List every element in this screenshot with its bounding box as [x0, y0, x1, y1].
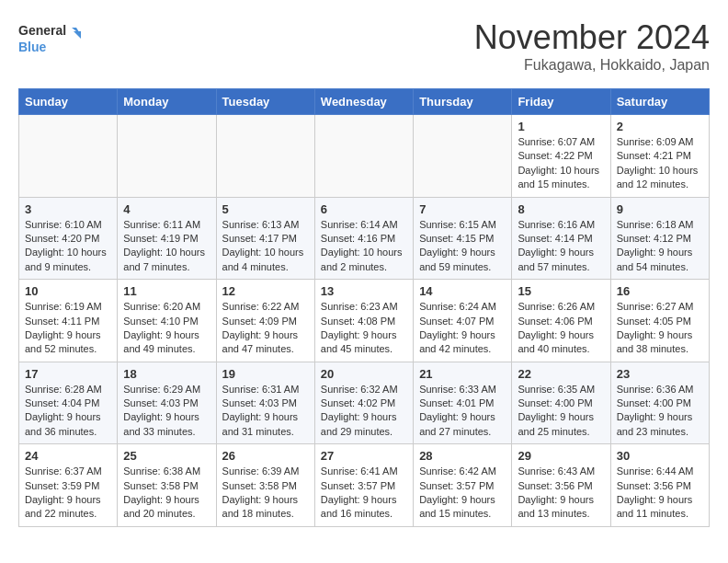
- day-info: Sunrise: 6:36 AM Sunset: 4:00 PM Dayligh…: [617, 383, 703, 440]
- day-number: 8: [518, 202, 604, 216]
- day-info: Sunrise: 6:42 AM Sunset: 3:57 PM Dayligh…: [419, 465, 506, 522]
- calendar-cell: 29Sunrise: 6:43 AM Sunset: 3:56 PM Dayli…: [512, 444, 610, 527]
- day-number: 29: [518, 449, 604, 463]
- day-info: Sunrise: 6:31 AM Sunset: 4:03 PM Dayligh…: [222, 383, 309, 440]
- calendar-cell: 10Sunrise: 6:19 AM Sunset: 4:11 PM Dayli…: [19, 280, 118, 362]
- day-number: 4: [123, 202, 210, 216]
- day-number: 3: [25, 202, 111, 216]
- day-info: Sunrise: 6:38 AM Sunset: 3:58 PM Dayligh…: [123, 465, 210, 522]
- day-number: 13: [321, 284, 407, 298]
- page-header: General Blue November 2024 Fukagawa, Hok…: [18, 18, 710, 74]
- calendar-cell: 14Sunrise: 6:24 AM Sunset: 4:07 PM Dayli…: [414, 280, 512, 362]
- day-number: 1: [518, 120, 604, 133]
- month-title: November 2024: [474, 18, 710, 57]
- title-block: November 2024 Fukagawa, Hokkaido, Japan: [474, 18, 710, 74]
- calendar-week-1: 1Sunrise: 6:07 AM Sunset: 4:22 PM Daylig…: [19, 115, 710, 198]
- day-number: 27: [321, 449, 407, 463]
- day-info: Sunrise: 6:11 AM Sunset: 4:19 PM Dayligh…: [123, 218, 210, 275]
- calendar-cell: 9Sunrise: 6:18 AM Sunset: 4:12 PM Daylig…: [610, 197, 709, 280]
- day-number: 22: [518, 367, 604, 381]
- calendar-cell: 30Sunrise: 6:44 AM Sunset: 3:56 PM Dayli…: [610, 444, 709, 527]
- day-number: 10: [25, 284, 111, 298]
- calendar-cell: 25Sunrise: 6:38 AM Sunset: 3:58 PM Dayli…: [118, 444, 216, 527]
- svg-text:General: General: [18, 23, 66, 38]
- day-info: Sunrise: 6:26 AM Sunset: 4:06 PM Dayligh…: [518, 300, 604, 357]
- logo-svg: General Blue: [18, 18, 83, 59]
- day-info: Sunrise: 6:14 AM Sunset: 4:16 PM Dayligh…: [321, 218, 407, 275]
- calendar-cell: 26Sunrise: 6:39 AM Sunset: 3:58 PM Dayli…: [216, 444, 314, 527]
- weekday-header-sunday: Sunday: [19, 89, 118, 115]
- calendar-cell: 24Sunrise: 6:37 AM Sunset: 3:59 PM Dayli…: [19, 444, 118, 527]
- calendar-week-2: 3Sunrise: 6:10 AM Sunset: 4:20 PM Daylig…: [19, 197, 710, 280]
- calendar-cell: [414, 115, 512, 198]
- day-info: Sunrise: 6:10 AM Sunset: 4:20 PM Dayligh…: [25, 218, 111, 275]
- day-number: 14: [419, 284, 506, 298]
- calendar-cell: [118, 115, 216, 198]
- day-number: 5: [222, 202, 309, 216]
- day-number: 15: [518, 284, 604, 298]
- svg-marker-3: [74, 31, 81, 39]
- calendar-cell: 16Sunrise: 6:27 AM Sunset: 4:05 PM Dayli…: [610, 280, 709, 362]
- day-number: 18: [123, 367, 210, 381]
- day-number: 6: [321, 202, 407, 216]
- day-info: Sunrise: 6:41 AM Sunset: 3:57 PM Dayligh…: [321, 465, 407, 522]
- calendar-cell: 1Sunrise: 6:07 AM Sunset: 4:22 PM Daylig…: [512, 115, 610, 198]
- calendar-cell: [314, 115, 413, 198]
- day-info: Sunrise: 6:13 AM Sunset: 4:17 PM Dayligh…: [222, 218, 309, 275]
- calendar-cell: 2Sunrise: 6:09 AM Sunset: 4:21 PM Daylig…: [610, 115, 709, 198]
- day-number: 19: [222, 367, 309, 381]
- weekday-header-row: SundayMondayTuesdayWednesdayThursdayFrid…: [19, 89, 710, 115]
- calendar-cell: 19Sunrise: 6:31 AM Sunset: 4:03 PM Dayli…: [216, 362, 314, 444]
- day-info: Sunrise: 6:44 AM Sunset: 3:56 PM Dayligh…: [617, 465, 703, 522]
- calendar-cell: 8Sunrise: 6:16 AM Sunset: 4:14 PM Daylig…: [512, 197, 610, 280]
- day-number: 9: [617, 202, 703, 216]
- calendar-cell: 23Sunrise: 6:36 AM Sunset: 4:00 PM Dayli…: [610, 362, 709, 444]
- calendar-cell: 18Sunrise: 6:29 AM Sunset: 4:03 PM Dayli…: [118, 362, 216, 444]
- calendar-cell: 11Sunrise: 6:20 AM Sunset: 4:10 PM Dayli…: [118, 280, 216, 362]
- day-number: 21: [419, 367, 506, 381]
- day-number: 7: [419, 202, 506, 216]
- day-number: 12: [222, 284, 309, 298]
- day-info: Sunrise: 6:43 AM Sunset: 3:56 PM Dayligh…: [518, 465, 604, 522]
- svg-text:Blue: Blue: [18, 40, 47, 54]
- day-number: 26: [222, 449, 309, 463]
- day-info: Sunrise: 6:16 AM Sunset: 4:14 PM Dayligh…: [518, 218, 604, 275]
- day-info: Sunrise: 6:27 AM Sunset: 4:05 PM Dayligh…: [617, 300, 703, 357]
- calendar-cell: 21Sunrise: 6:33 AM Sunset: 4:01 PM Dayli…: [414, 362, 512, 444]
- day-number: 2: [617, 120, 703, 133]
- weekday-header-thursday: Thursday: [414, 89, 512, 115]
- day-info: Sunrise: 6:29 AM Sunset: 4:03 PM Dayligh…: [123, 383, 210, 440]
- day-info: Sunrise: 6:19 AM Sunset: 4:11 PM Dayligh…: [25, 300, 111, 357]
- weekday-header-wednesday: Wednesday: [314, 89, 413, 115]
- calendar-cell: 7Sunrise: 6:15 AM Sunset: 4:15 PM Daylig…: [414, 197, 512, 280]
- day-info: Sunrise: 6:18 AM Sunset: 4:12 PM Dayligh…: [617, 218, 703, 275]
- day-info: Sunrise: 6:35 AM Sunset: 4:00 PM Dayligh…: [518, 383, 604, 440]
- calendar-table: SundayMondayTuesdayWednesdayThursdayFrid…: [18, 88, 710, 527]
- day-number: 17: [25, 367, 111, 381]
- day-number: 25: [123, 449, 210, 463]
- calendar-cell: 13Sunrise: 6:23 AM Sunset: 4:08 PM Dayli…: [314, 280, 413, 362]
- weekday-header-saturday: Saturday: [610, 89, 709, 115]
- calendar-cell: 22Sunrise: 6:35 AM Sunset: 4:00 PM Dayli…: [512, 362, 610, 444]
- calendar-cell: 5Sunrise: 6:13 AM Sunset: 4:17 PM Daylig…: [216, 197, 314, 280]
- day-info: Sunrise: 6:39 AM Sunset: 3:58 PM Dayligh…: [222, 465, 309, 522]
- day-number: 11: [123, 284, 210, 298]
- calendar-cell: [19, 115, 118, 198]
- calendar-cell: 6Sunrise: 6:14 AM Sunset: 4:16 PM Daylig…: [314, 197, 413, 280]
- weekday-header-monday: Monday: [118, 89, 216, 115]
- day-info: Sunrise: 6:32 AM Sunset: 4:02 PM Dayligh…: [321, 383, 407, 440]
- day-info: Sunrise: 6:15 AM Sunset: 4:15 PM Dayligh…: [419, 218, 506, 275]
- calendar-cell: 27Sunrise: 6:41 AM Sunset: 3:57 PM Dayli…: [314, 444, 413, 527]
- day-info: Sunrise: 6:33 AM Sunset: 4:01 PM Dayligh…: [419, 383, 506, 440]
- day-number: 16: [617, 284, 703, 298]
- calendar-cell: 15Sunrise: 6:26 AM Sunset: 4:06 PM Dayli…: [512, 280, 610, 362]
- day-number: 28: [419, 449, 506, 463]
- day-info: Sunrise: 6:23 AM Sunset: 4:08 PM Dayligh…: [321, 300, 407, 357]
- day-info: Sunrise: 6:20 AM Sunset: 4:10 PM Dayligh…: [123, 300, 210, 357]
- day-info: Sunrise: 6:28 AM Sunset: 4:04 PM Dayligh…: [25, 383, 111, 440]
- calendar-week-5: 24Sunrise: 6:37 AM Sunset: 3:59 PM Dayli…: [19, 444, 710, 527]
- day-number: 24: [25, 449, 111, 463]
- calendar-cell: 4Sunrise: 6:11 AM Sunset: 4:19 PM Daylig…: [118, 197, 216, 280]
- day-info: Sunrise: 6:09 AM Sunset: 4:21 PM Dayligh…: [617, 135, 703, 192]
- calendar-cell: [216, 115, 314, 198]
